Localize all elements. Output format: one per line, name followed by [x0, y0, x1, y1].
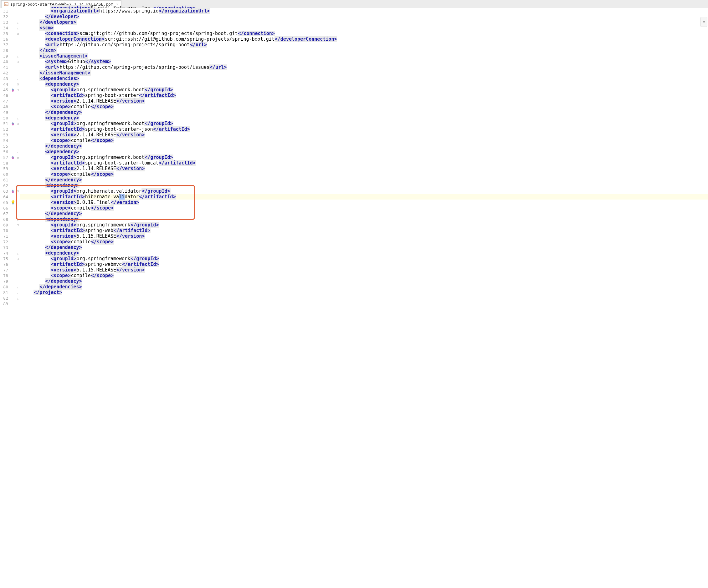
- code-line[interactable]: <organization>Pivotal Software, Inc.</or…: [20, 5, 708, 8]
- code-line[interactable]: <dependency>: [20, 149, 708, 155]
- code-line[interactable]: <dependency>: [20, 216, 708, 222]
- fold-toggle[interactable]: ⌞: [16, 297, 20, 300]
- xml-text: compile: [71, 104, 91, 110]
- code-line[interactable]: </developers>: [20, 20, 708, 25]
- code-line[interactable]: </scm>: [20, 48, 708, 53]
- line-number: 53: [0, 133, 10, 137]
- code-line[interactable]: <artifactId>spring-webmvc</artifactId>: [20, 261, 708, 267]
- code-line[interactable]: <groupId>org.hibernate.validator</groupI…: [20, 188, 708, 194]
- code-line[interactable]: <artifactId>spring-boot-starter</artifac…: [20, 93, 708, 98]
- intention-bulb-icon[interactable]: 💡: [11, 200, 15, 205]
- code-line[interactable]: <artifactId>spring-web</artifactId>: [20, 228, 708, 233]
- code-line[interactable]: <connection>scm:git:git://github.com/spr…: [20, 31, 708, 36]
- gutter-row: 37: [0, 42, 20, 48]
- code-line[interactable]: <scope>compile</scope>: [20, 172, 708, 177]
- code-column[interactable]: <organization>Pivotal Software, Inc.</or…: [20, 8, 708, 307]
- fold-toggle[interactable]: ⊟: [16, 32, 20, 35]
- line-number: 36: [0, 37, 10, 41]
- code-line[interactable]: <system>Github</system>: [20, 59, 708, 64]
- xml-tag: </developer>: [45, 14, 79, 20]
- fold-toggle[interactable]: ⊟: [16, 189, 20, 193]
- xml-text: spring-boot-starter-json: [85, 126, 153, 132]
- code-line[interactable]: <organizationUrl>https://www.spring.io</…: [20, 8, 708, 14]
- fold-toggle[interactable]: ⌞: [16, 77, 20, 81]
- line-number: 83: [0, 302, 10, 306]
- fold-toggle[interactable]: ⌞: [16, 285, 20, 289]
- line-number: 47: [0, 99, 10, 103]
- code-line[interactable]: <groupId>org.springframework</groupId>: [20, 222, 708, 228]
- editor-area[interactable]: 313233⌞34⌞35⊟36373839⌞40⊟414243⌞44⊟45⊟46…: [0, 8, 708, 307]
- line-number: 54: [0, 138, 10, 143]
- code-line[interactable]: <version>2.1.14.RELEASE</version>: [20, 132, 708, 137]
- xml-tag: </version>: [116, 233, 145, 239]
- code-line[interactable]: <version>5.1.15.RELEASE</version>: [20, 267, 708, 273]
- code-line[interactable]: <issueManagement>: [20, 53, 708, 59]
- code-line[interactable]: <scope>compile</scope>: [20, 104, 708, 110]
- code-line[interactable]: </dependency>: [20, 278, 708, 284]
- fold-toggle[interactable]: ⊟: [16, 122, 20, 125]
- fold-toggle[interactable]: ⊟: [16, 60, 20, 63]
- xml-tag: </version>: [116, 132, 145, 137]
- gutter-row: 57⊟: [0, 155, 20, 160]
- code-line[interactable]: <groupId>org.springframework.boot</group…: [20, 121, 708, 126]
- fold-toggle[interactable]: ⊟: [16, 257, 20, 260]
- fold-toggle[interactable]: ⌞: [16, 26, 20, 30]
- code-line[interactable]: <scm>: [20, 25, 708, 31]
- code-line[interactable]: <scope>compile</scope>: [20, 273, 708, 278]
- fold-toggle[interactable]: ⌞: [16, 21, 20, 24]
- code-line[interactable]: <dependency>: [20, 81, 708, 87]
- code-line[interactable]: <groupId>org.springframework.boot</group…: [20, 87, 708, 93]
- gutter-row: 41: [0, 64, 20, 70]
- fold-toggle[interactable]: ⌞: [16, 218, 20, 221]
- code-line[interactable]: </issueManagement>: [20, 70, 708, 76]
- code-line[interactable]: <artifactId>hibernate-validator</artifac…: [20, 194, 708, 199]
- code-line[interactable]: <scope>compile</scope>: [20, 205, 708, 211]
- code-line[interactable]: <artifactId>spring-boot-starter-json</ar…: [20, 126, 708, 132]
- line-number: 72: [0, 240, 10, 244]
- code-line[interactable]: </dependency>: [20, 110, 708, 115]
- code-line[interactable]: <dependency>: [20, 183, 708, 188]
- fold-toggle[interactable]: ⌞: [16, 55, 20, 58]
- code-line[interactable]: </dependency>: [20, 245, 708, 250]
- code-line[interactable]: [20, 295, 708, 301]
- code-line[interactable]: <developerConnection>scm:git:ssh://git@g…: [20, 36, 708, 42]
- code-line[interactable]: <version>2.1.14.RELEASE</version>: [20, 98, 708, 104]
- code-line[interactable]: <dependency>: [20, 115, 708, 121]
- xml-text: org.springframework: [77, 256, 130, 261]
- fold-toggle[interactable]: ⊟: [16, 223, 20, 227]
- fold-toggle[interactable]: ⌞: [16, 291, 20, 294]
- code-line[interactable]: <version>5.1.15.RELEASE</version>: [20, 233, 708, 239]
- code-line[interactable]: <dependencies>: [20, 76, 708, 81]
- code-line[interactable]: </dependency>: [20, 143, 708, 149]
- dependency-dot-icon: [12, 90, 14, 92]
- fold-toggle[interactable]: ⌞: [16, 116, 20, 120]
- xml-tag: <system>: [45, 59, 68, 64]
- code-line[interactable]: <scope>compile</scope>: [20, 137, 708, 143]
- code-line[interactable]: <version>2.1.14.RELEASE</version>: [20, 166, 708, 172]
- code-line[interactable]: <groupId>org.springframework</groupId>: [20, 256, 708, 261]
- code-line[interactable]: </developer>: [20, 14, 708, 20]
- line-number: 41: [0, 65, 10, 70]
- code-line[interactable]: <dependency>: [20, 250, 708, 256]
- code-line[interactable]: </dependencies>: [20, 284, 708, 290]
- code-line[interactable]: </project>: [20, 290, 708, 295]
- gutter-row: 71: [0, 233, 20, 239]
- xml-text: https://www.spring.io: [99, 8, 159, 14]
- fold-toggle[interactable]: ⌞: [16, 150, 20, 154]
- code-line[interactable]: <version>6.0.19.Final</version>: [20, 199, 708, 205]
- fold-toggle[interactable]: ⌞: [16, 184, 20, 187]
- xml-text: compile: [71, 172, 91, 177]
- fold-toggle[interactable]: ⊟: [16, 88, 20, 92]
- code-line[interactable]: </dependency>: [20, 177, 708, 183]
- fold-toggle[interactable]: ⌞: [16, 251, 20, 255]
- code-line[interactable]: <url>https://github.com/spring-projects/…: [20, 64, 708, 70]
- code-line[interactable]: <url>https://github.com/spring-projects/…: [20, 42, 708, 48]
- code-line[interactable]: <scope>compile</scope>: [20, 239, 708, 245]
- code-line[interactable]: <groupId>org.springframework.boot</group…: [20, 155, 708, 160]
- code-line[interactable]: </dependency>: [20, 211, 708, 216]
- fold-toggle[interactable]: ⊟: [16, 83, 20, 86]
- xml-tag: <dependency>: [45, 250, 79, 256]
- code-line[interactable]: <artifactId>spring-boot-starter-tomcat</…: [20, 160, 708, 166]
- fold-toggle[interactable]: ⊟: [16, 156, 20, 159]
- toolbar-side-button[interactable]: ≡: [701, 17, 707, 27]
